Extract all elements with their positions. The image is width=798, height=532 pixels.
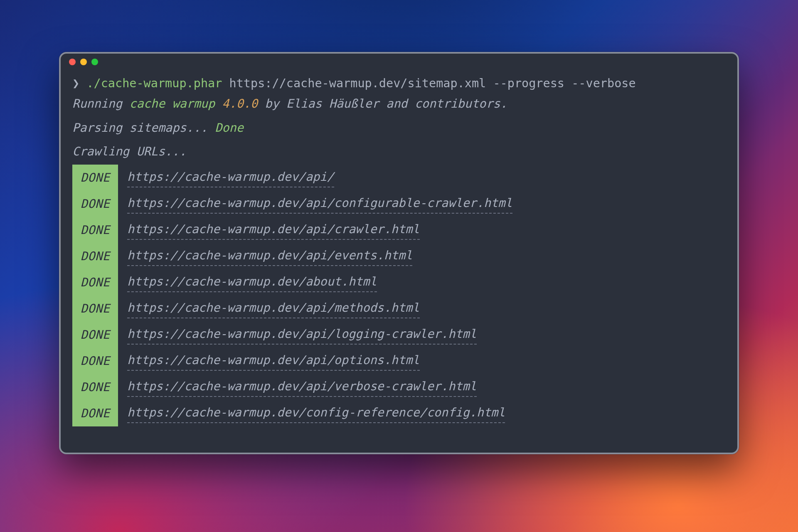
url-link[interactable]: https://cache-warmup.dev/api/options.htm… (127, 351, 420, 371)
url-row: DONE https://cache-warmup.dev/api/config… (72, 191, 726, 217)
prompt-line: ❯ ./cache-warmup.phar https://cache-warm… (72, 74, 726, 92)
url-link[interactable]: https://cache-warmup.dev/about.html (127, 273, 377, 292)
parsing-status: Done (215, 121, 244, 135)
url-cell: https://cache-warmup.dev/api/crawler.htm… (118, 217, 726, 243)
status-badge: DONE (72, 322, 118, 348)
status-badge: DONE (72, 165, 118, 191)
crawling-label: Crawling URLs... (72, 145, 187, 158)
window-minimize-icon[interactable] (80, 59, 87, 65)
status-badge: DONE (72, 269, 118, 296)
url-cell: https://cache-warmup.dev/api/events.html (118, 243, 726, 269)
url-link[interactable]: https://cache-warmup.dev/api/crawler.htm… (127, 220, 420, 240)
parsing-line: Parsing sitemaps... Done (72, 119, 726, 137)
url-link[interactable]: https://cache-warmup.dev/api/methods.htm… (127, 299, 420, 318)
banner-line: Running cache warmup 4.0.0 by Elias Häuß… (72, 95, 726, 113)
status-badge: DONE (72, 296, 118, 322)
command-flag-progress: --progress (493, 76, 564, 90)
status-badge: DONE (72, 400, 118, 426)
url-link[interactable]: https://cache-warmup.dev/config-referenc… (127, 404, 505, 423)
banner-version: 4.0.0 (222, 97, 258, 111)
url-row: DONE https://cache-warmup.dev/config-ref… (72, 400, 726, 426)
url-cell: https://cache-warmup.dev/api/configurabl… (118, 191, 726, 217)
status-badge: DONE (72, 374, 118, 400)
status-badge: DONE (72, 348, 118, 374)
url-cell: https://cache-warmup.dev/config-referenc… (118, 400, 726, 426)
url-row: DONE https://cache-warmup.dev/api/method… (72, 296, 726, 322)
command-arg-url: https://cache-warmup.dev/sitemap.xml (229, 76, 486, 90)
window-zoom-icon[interactable] (91, 59, 98, 65)
url-row: DONE https://cache-warmup.dev/api/verbos… (72, 374, 726, 400)
url-cell: https://cache-warmup.dev/api/ (118, 165, 726, 191)
url-row: DONE https://cache-warmup.dev/api/crawle… (72, 217, 726, 243)
url-table: DONE https://cache-warmup.dev/api/ DONE … (72, 165, 726, 426)
terminal-window: ❯ ./cache-warmup.phar https://cache-warm… (59, 52, 739, 454)
crawling-line: Crawling URLs... (72, 143, 726, 160)
url-row: DONE https://cache-warmup.dev/about.html (72, 269, 726, 296)
terminal-body[interactable]: ❯ ./cache-warmup.phar https://cache-warm… (61, 70, 737, 453)
url-cell: https://cache-warmup.dev/api/methods.htm… (118, 296, 726, 322)
status-badge: DONE (72, 243, 118, 269)
banner-suffix: by Elias Häußler and contributors. (258, 97, 507, 111)
window-titlebar (61, 54, 737, 70)
prompt-symbol: ❯ (72, 76, 79, 90)
banner-prefix: Running (72, 97, 129, 111)
url-link[interactable]: https://cache-warmup.dev/api/logging-cra… (127, 325, 477, 345)
url-cell: https://cache-warmup.dev/about.html (118, 269, 726, 296)
window-close-icon[interactable] (69, 59, 76, 65)
command-executable: ./cache-warmup.phar (86, 76, 222, 90)
parsing-label: Parsing sitemaps... (72, 121, 215, 135)
url-row: DONE https://cache-warmup.dev/api/events… (72, 243, 726, 269)
url-link[interactable]: https://cache-warmup.dev/api/ (127, 168, 334, 187)
banner-app-name: cache warmup (129, 97, 215, 111)
url-link[interactable]: https://cache-warmup.dev/api/configurabl… (127, 194, 512, 214)
status-badge: DONE (72, 217, 118, 243)
url-cell: https://cache-warmup.dev/api/options.htm… (118, 348, 726, 374)
url-cell: https://cache-warmup.dev/api/verbose-cra… (118, 374, 726, 400)
url-link[interactable]: https://cache-warmup.dev/api/verbose-cra… (127, 377, 477, 397)
url-row: DONE https://cache-warmup.dev/api/option… (72, 348, 726, 374)
url-link[interactable]: https://cache-warmup.dev/api/events.html (127, 246, 412, 266)
status-badge: DONE (72, 191, 118, 217)
command-flag-verbose: --verbose (571, 76, 635, 90)
url-cell: https://cache-warmup.dev/api/logging-cra… (118, 322, 726, 348)
url-row: DONE https://cache-warmup.dev/api/loggin… (72, 322, 726, 348)
url-row: DONE https://cache-warmup.dev/api/ (72, 165, 726, 191)
